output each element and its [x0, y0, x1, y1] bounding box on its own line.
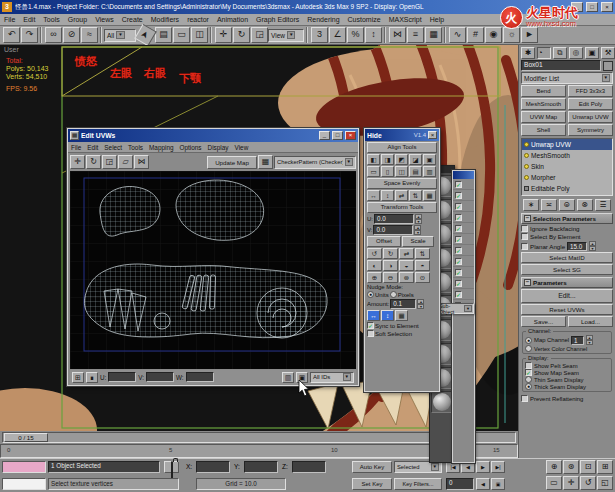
uvw-maximize-button[interactable]: □ [332, 131, 343, 140]
menu-animation[interactable]: Animation [213, 16, 252, 23]
w-coordinate-field[interactable] [186, 372, 214, 382]
map-toggle-checkbox[interactable]: ✓ [455, 236, 462, 243]
align-left-icon[interactable]: ◧ [367, 154, 380, 165]
stack-item-morpher[interactable]: Morpher [522, 172, 612, 183]
pan-icon[interactable]: ✛ [563, 476, 579, 490]
select-by-name-icon[interactable]: ▤ [155, 27, 172, 43]
sub-object-dropdown[interactable]: Sub-Object ▼ [437, 303, 474, 314]
planar-angle-field[interactable]: 15.0 [567, 242, 587, 251]
filter-faces-icon[interactable]: ▥ [282, 372, 294, 383]
v-coordinate-field[interactable] [146, 372, 174, 382]
select-matid-button[interactable]: Select MatID [521, 252, 613, 263]
map-toggle-checkbox[interactable]: ✓ [455, 225, 462, 232]
hide-u-field[interactable]: 0.0 [374, 214, 414, 224]
show-end-result-icon[interactable]: ≍ [541, 199, 557, 211]
map-toggle-checkbox[interactable]: ✓ [455, 203, 462, 210]
load-uvws-button[interactable]: Load... [568, 316, 613, 327]
tab-motion[interactable]: ◎ [569, 47, 583, 59]
align-bottom-icon[interactable]: ◪ [409, 154, 422, 165]
configure-modifier-sets-icon[interactable]: ☰ [595, 199, 611, 211]
maxscript-mini-listener-white[interactable] [2, 478, 46, 490]
transform-preset-icon[interactable]: ◐ [367, 260, 382, 271]
modifier-button-symmetry[interactable]: Symmetry [568, 124, 613, 136]
map-toggle-checkbox[interactable]: ✓ [455, 280, 462, 287]
remove-modifier-icon[interactable]: ⊗ [577, 199, 593, 211]
uv-canvas[interactable] [70, 171, 356, 369]
thick-seam-radio[interactable]: ● [525, 383, 532, 390]
map-toggle-checkbox[interactable]: ✓ [455, 214, 462, 221]
map-toggle-checkbox[interactable]: ✓ [455, 181, 462, 188]
percent-snap-icon[interactable]: % [347, 27, 364, 43]
undo-icon[interactable]: ↶ [3, 27, 20, 43]
align-row-icon[interactable]: ▤ [409, 166, 422, 177]
space-evenly-button[interactable]: Space Evenly [367, 178, 437, 189]
current-frame-field[interactable]: 0 [446, 478, 474, 490]
maximize-viewport-icon[interactable]: ◱ [597, 476, 613, 490]
stack-item-skin[interactable]: Skin [522, 161, 612, 172]
time-configuration-button[interactable]: ▣ [491, 478, 505, 490]
sync-to-element-checkbox[interactable]: ✓ [367, 322, 374, 329]
show-map-seam-checkbox[interactable]: ✓ [525, 369, 532, 376]
transform-preset-icon[interactable]: ⊕ [367, 272, 382, 283]
hide-v-field[interactable]: 0.0 [373, 225, 413, 235]
nudge-extra-icon[interactable]: ▦ [395, 310, 408, 321]
hide-u-spinner[interactable]: ▲▼ [415, 214, 422, 224]
select-object-icon[interactable]: ➤ [134, 24, 156, 47]
hide-v-spinner[interactable]: ▲▼ [414, 225, 421, 235]
space-x-icon[interactable]: ⇄ [395, 190, 408, 201]
show-map-toggle-icon[interactable]: ▦ [258, 155, 273, 169]
menu-modifiers[interactable]: Modifiers [147, 16, 183, 23]
uvw-menu-select[interactable]: Select [101, 144, 125, 151]
space-h-icon[interactable]: ↔ [367, 190, 380, 201]
transform-preset-icon[interactable]: ◓ [415, 260, 430, 271]
map-channel-field[interactable]: 1 [571, 336, 584, 345]
absolute-mode-icon[interactable]: ⊞ [72, 372, 84, 383]
redo-icon[interactable]: ↷ [21, 27, 38, 43]
amount-spinner[interactable]: ▲▼ [417, 299, 424, 309]
modifier-button-ffd[interactable]: FFD 3x3x3 [568, 85, 613, 97]
menu-group[interactable]: Group [64, 16, 91, 23]
modifier-button-uvwmap[interactable]: UVW Map [521, 111, 566, 123]
make-unique-icon[interactable]: ⊜ [559, 199, 575, 211]
parameters-rollout[interactable]: − Parameters [521, 277, 613, 288]
tab-modify[interactable]: ◔ [537, 47, 551, 59]
select-move-icon[interactable]: ✛ [215, 27, 232, 43]
mirror-icon[interactable]: ⋈ [389, 27, 406, 43]
transform-preset-icon[interactable]: ⊖ [383, 272, 398, 283]
map-toggle-checkbox[interactable]: ✓ [455, 269, 462, 276]
edit-uvws-titlebar[interactable]: ▦ Edit UVWs _ □ × [68, 129, 358, 142]
spinner-snap-icon[interactable]: ↕ [365, 27, 382, 43]
material-slot[interactable] [431, 391, 453, 413]
stack-item-unwrap-uvw[interactable]: Unwrap UVW [522, 139, 612, 150]
thin-seam-radio[interactable] [525, 376, 532, 383]
rotate-ccw-icon[interactable]: ↺ [367, 248, 382, 259]
align-right-icon[interactable]: ◨ [381, 154, 394, 165]
uv-freeform-icon[interactable]: ▱ [118, 155, 133, 169]
curve-editor-icon[interactable]: ∿ [449, 27, 466, 43]
flip-h-icon[interactable]: ⇄ [399, 248, 414, 259]
reference-coordsys-dropdown[interactable]: View ▼ [268, 29, 304, 42]
modifier-button-unwrapuvw[interactable]: Unwrap UVW [568, 111, 613, 123]
object-color-swatch[interactable] [603, 61, 613, 71]
show-pelt-seam-checkbox[interactable] [525, 362, 532, 369]
planar-angle-checkbox[interactable] [521, 243, 528, 250]
uv-move-icon[interactable]: ✛ [70, 155, 85, 169]
menu-customize[interactable]: Customize [344, 16, 385, 23]
modifier-button-shell[interactable]: Shell [521, 124, 566, 136]
transform-preset-icon[interactable]: ⊙ [415, 272, 430, 283]
uvw-menu-edit[interactable]: Edit [84, 144, 101, 151]
next-frame-button[interactable]: ◀ [476, 478, 490, 490]
align-h-icon[interactable]: ▭ [367, 166, 380, 177]
modifier-button-bend[interactable]: Bend [521, 85, 566, 97]
planar-angle-spinner[interactable]: ▲▼ [589, 241, 596, 251]
region-select-icon[interactable]: ▭ [173, 27, 190, 43]
align-col-icon[interactable]: ▥ [423, 166, 436, 177]
update-map-button[interactable]: Update Map [207, 156, 257, 169]
selection-parameters-rollout[interactable]: − Selection Parameters [521, 213, 613, 224]
uvw-menu-view[interactable]: View [232, 144, 252, 151]
select-link-icon[interactable]: ∞ [45, 27, 62, 43]
zoom-region-icon[interactable]: ▭ [546, 476, 562, 490]
modifier-button-meshsmooth[interactable]: MeshSmooth [521, 98, 566, 110]
zoom-extents-all-icon[interactable]: ⊞ [597, 460, 613, 474]
menu-tools[interactable]: Tools [39, 16, 63, 23]
